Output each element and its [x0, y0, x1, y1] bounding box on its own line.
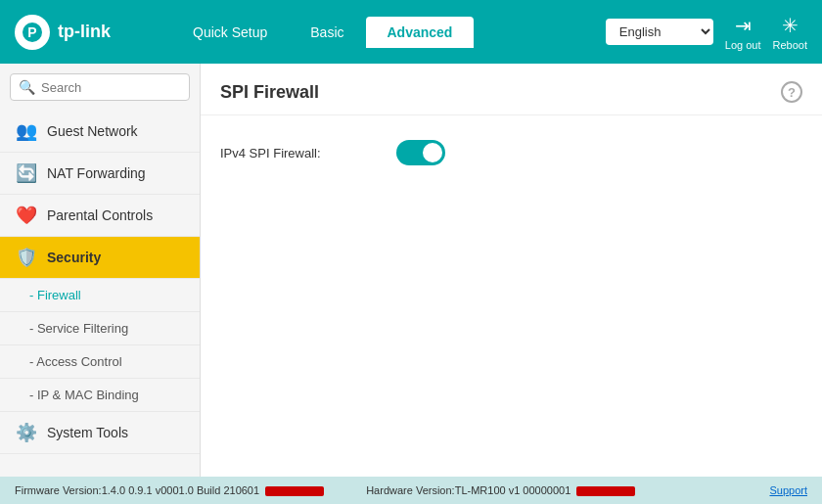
tab-basic[interactable]: Basic — [289, 17, 365, 48]
search-input[interactable] — [41, 80, 181, 95]
sidebar-item-label: Parental Controls — [47, 207, 153, 223]
svg-text:P: P — [27, 24, 36, 40]
sidebar-item-label: System Tools — [47, 425, 128, 440]
content-body: IPv4 SPI Firewall: — [201, 115, 822, 207]
nat-forwarding-icon: 🔄 — [16, 162, 37, 184]
language-select[interactable]: English — [606, 19, 713, 45]
sidebar-sub-item-firewall[interactable]: - Firewall — [0, 279, 200, 312]
sidebar-item-label: Security — [47, 250, 101, 265]
tab-advanced[interactable]: Advanced — [366, 17, 475, 48]
hardware-version: Hardware Version:TL-MR100 v1 00000001 — [366, 484, 638, 496]
ipv4-firewall-row: IPv4 SPI Firewall: — [220, 140, 802, 165]
content-title: SPI Firewall — [220, 82, 319, 103]
logout-button[interactable]: ⇥ Log out — [725, 14, 761, 51]
reboot-icon: ✳ — [782, 14, 799, 37]
tab-quick-setup[interactable]: Quick Setup — [171, 17, 289, 48]
sidebar-item-system-tools[interactable]: ⚙️ System Tools — [0, 412, 200, 454]
logo: P tp-link — [15, 15, 171, 50]
sidebar-item-label: NAT Forwarding — [47, 165, 146, 181]
reboot-label: Reboot — [773, 39, 807, 51]
search-icon: 🔍 — [19, 79, 35, 95]
logout-icon: ⇥ — [735, 14, 752, 37]
content-header: SPI Firewall ? — [201, 64, 822, 115]
sidebar: 🔍 👥 Guest Network 🔄 NAT Forwarding ❤️ Pa… — [0, 64, 201, 477]
system-tools-icon: ⚙️ — [16, 422, 37, 443]
sidebar-sub-item-access-control[interactable]: - Access Control — [0, 345, 200, 379]
guest-network-icon: 👥 — [16, 120, 37, 142]
sidebar-sub-item-ip-mac-binding[interactable]: - IP & MAC Binding — [0, 379, 200, 412]
firmware-redacted — [265, 486, 324, 496]
toggle-slider — [396, 140, 445, 165]
main: 🔍 👥 Guest Network 🔄 NAT Forwarding ❤️ Pa… — [0, 64, 822, 477]
logo-text: tp-link — [58, 22, 111, 42]
footer: Firmware Version:1.4.0 0.9.1 v0001.0 Bui… — [0, 477, 822, 504]
search-box[interactable]: 🔍 — [10, 73, 190, 101]
sidebar-item-nat-forwarding[interactable]: 🔄 NAT Forwarding — [0, 153, 200, 195]
logout-label: Log out — [725, 39, 761, 51]
logo-icon: P — [15, 15, 50, 50]
support-link[interactable]: Support — [769, 484, 807, 496]
sidebar-item-guest-network[interactable]: 👥 Guest Network — [0, 111, 200, 153]
security-icon: 🛡️ — [16, 247, 37, 268]
firmware-version: Firmware Version:1.4.0 0.9.1 v0001.0 Bui… — [15, 484, 327, 496]
ipv4-firewall-label: IPv4 SPI Firewall: — [220, 146, 396, 160]
header: P tp-link Quick Setup Basic Advanced Eng… — [0, 0, 822, 64]
help-icon[interactable]: ? — [781, 81, 802, 103]
parental-controls-icon: ❤️ — [16, 205, 37, 226]
hardware-redacted — [576, 486, 635, 496]
sidebar-item-security[interactable]: 🛡️ Security — [0, 237, 200, 279]
nav-tabs: Quick Setup Basic Advanced — [171, 17, 606, 48]
content-area: SPI Firewall ? IPv4 SPI Firewall: — [201, 64, 822, 477]
sidebar-sub-item-service-filtering[interactable]: - Service Filtering — [0, 312, 200, 345]
sidebar-item-parental-controls[interactable]: ❤️ Parental Controls — [0, 195, 200, 237]
reboot-button[interactable]: ✳ Reboot — [773, 14, 807, 51]
ipv4-firewall-toggle[interactable] — [396, 140, 445, 165]
sidebar-item-label: Guest Network — [47, 123, 138, 139]
header-right: English ⇥ Log out ✳ Reboot — [606, 14, 807, 51]
